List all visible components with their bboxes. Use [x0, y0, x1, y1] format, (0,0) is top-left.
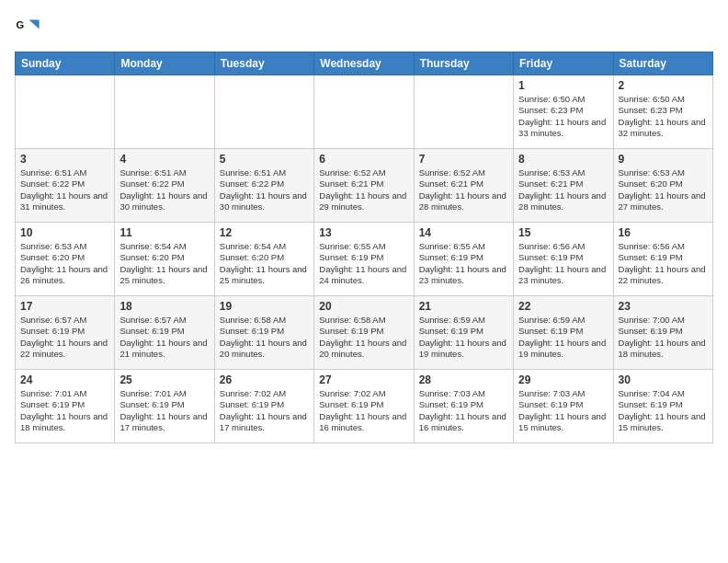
day-info: Sunrise: 6:52 AM [319, 167, 408, 178]
day-info: Daylight: 11 hours and 24 minutes. [319, 264, 408, 287]
day-info: Sunrise: 7:02 AM [220, 388, 309, 399]
day-info: Daylight: 11 hours and 17 minutes. [119, 411, 209, 434]
day-info: Sunset: 6:19 PM [419, 399, 508, 410]
day-info: Daylight: 11 hours and 32 minutes. [619, 117, 708, 140]
day-number: 8 [518, 153, 608, 166]
calendar-cell: 17Sunrise: 6:57 AMSunset: 6:19 PMDayligh… [16, 296, 115, 370]
calendar-header-wednesday: Wednesday [314, 52, 414, 75]
day-info: Sunrise: 6:56 AM [619, 241, 708, 252]
day-info: Sunset: 6:19 PM [319, 399, 408, 410]
day-number: 12 [220, 226, 309, 239]
day-info: Sunset: 6:19 PM [20, 399, 109, 410]
calendar-cell [16, 75, 115, 149]
calendar-week-row: 3Sunrise: 6:51 AMSunset: 6:22 PMDaylight… [16, 149, 713, 223]
calendar-cell: 21Sunrise: 6:59 AMSunset: 6:19 PMDayligh… [414, 296, 513, 370]
svg-text:G: G [16, 19, 24, 30]
day-number: 5 [220, 153, 309, 166]
day-info: Daylight: 11 hours and 29 minutes. [319, 190, 408, 213]
calendar-cell: 27Sunrise: 7:02 AMSunset: 6:19 PMDayligh… [314, 370, 414, 443]
day-info: Sunrise: 6:50 AM [518, 94, 608, 105]
calendar-cell [214, 75, 313, 149]
page-header: G [15, 15, 713, 40]
day-number: 26 [220, 373, 309, 386]
day-info: Sunset: 6:19 PM [220, 326, 309, 337]
day-number: 7 [419, 153, 508, 166]
day-info: Sunrise: 7:02 AM [319, 388, 408, 399]
day-number: 2 [619, 79, 708, 92]
day-info: Daylight: 11 hours and 25 minutes. [220, 264, 309, 287]
day-info: Sunrise: 6:51 AM [220, 167, 309, 178]
calendar-cell: 2Sunrise: 6:50 AMSunset: 6:23 PMDaylight… [613, 75, 712, 149]
day-info: Sunrise: 7:03 AM [419, 388, 508, 399]
day-info: Sunrise: 6:56 AM [518, 241, 608, 252]
day-number: 17 [20, 300, 109, 313]
day-info: Daylight: 11 hours and 30 minutes. [220, 190, 309, 213]
calendar-cell: 19Sunrise: 6:58 AMSunset: 6:19 PMDayligh… [214, 296, 313, 370]
logo: G [15, 15, 44, 40]
day-info: Daylight: 11 hours and 27 minutes. [619, 190, 708, 213]
day-info: Daylight: 11 hours and 15 minutes. [518, 411, 608, 434]
day-info: Sunset: 6:23 PM [619, 105, 708, 116]
day-info: Daylight: 11 hours and 20 minutes. [319, 338, 408, 361]
day-info: Sunrise: 6:53 AM [518, 167, 608, 178]
day-info: Sunset: 6:22 PM [119, 178, 209, 190]
day-info: Daylight: 11 hours and 28 minutes. [518, 190, 608, 213]
day-info: Sunset: 6:19 PM [119, 326, 209, 337]
calendar-cell: 18Sunrise: 6:57 AMSunset: 6:19 PMDayligh… [115, 296, 214, 370]
day-info: Sunrise: 6:57 AM [119, 315, 209, 326]
day-info: Sunset: 6:19 PM [419, 252, 508, 263]
day-info: Sunrise: 6:51 AM [20, 167, 109, 178]
day-info: Daylight: 11 hours and 30 minutes. [119, 190, 209, 213]
day-info: Daylight: 11 hours and 23 minutes. [419, 264, 508, 287]
calendar-table: SundayMondayTuesdayWednesdayThursdayFrid… [15, 52, 713, 443]
calendar-cell: 1Sunrise: 6:50 AMSunset: 6:23 PMDaylight… [514, 75, 613, 149]
day-number: 14 [419, 226, 508, 239]
day-info: Sunrise: 6:55 AM [319, 241, 408, 252]
day-info: Sunset: 6:19 PM [619, 326, 708, 337]
calendar-week-row: 10Sunrise: 6:53 AMSunset: 6:20 PMDayligh… [16, 223, 713, 296]
day-info: Sunset: 6:19 PM [419, 326, 508, 337]
day-info: Daylight: 11 hours and 19 minutes. [419, 338, 508, 361]
day-info: Sunset: 6:20 PM [220, 252, 309, 263]
calendar-cell: 3Sunrise: 6:51 AMSunset: 6:22 PMDaylight… [16, 149, 115, 223]
day-info: Sunset: 6:19 PM [518, 252, 608, 263]
day-number: 19 [220, 300, 309, 313]
day-info: Daylight: 11 hours and 22 minutes. [619, 264, 708, 287]
calendar-cell: 16Sunrise: 6:56 AMSunset: 6:19 PMDayligh… [613, 223, 712, 296]
day-number: 10 [20, 226, 109, 239]
day-info: Daylight: 11 hours and 25 minutes. [119, 264, 209, 287]
day-number: 23 [619, 300, 708, 313]
day-number: 1 [518, 79, 608, 92]
day-info: Sunset: 6:19 PM [119, 399, 209, 410]
calendar-cell: 28Sunrise: 7:03 AMSunset: 6:19 PMDayligh… [414, 370, 513, 443]
day-info: Sunrise: 7:00 AM [619, 315, 708, 326]
calendar-cell: 22Sunrise: 6:59 AMSunset: 6:19 PMDayligh… [514, 296, 613, 370]
day-info: Sunset: 6:20 PM [119, 252, 209, 263]
day-info: Daylight: 11 hours and 33 minutes. [518, 117, 608, 140]
day-info: Sunrise: 6:58 AM [319, 315, 408, 326]
day-number: 3 [20, 153, 109, 166]
day-info: Sunrise: 7:01 AM [20, 388, 109, 399]
calendar-cell: 4Sunrise: 6:51 AMSunset: 6:22 PMDaylight… [115, 149, 214, 223]
logo-icon: G [15, 15, 40, 40]
calendar-cell: 29Sunrise: 7:03 AMSunset: 6:19 PMDayligh… [514, 370, 613, 443]
day-info: Sunset: 6:23 PM [518, 105, 608, 116]
day-info: Sunrise: 6:54 AM [220, 241, 309, 252]
day-info: Sunset: 6:22 PM [220, 178, 309, 190]
day-info: Sunrise: 6:59 AM [419, 315, 508, 326]
day-info: Sunset: 6:19 PM [518, 399, 608, 410]
day-info: Sunset: 6:22 PM [20, 178, 109, 190]
day-info: Daylight: 11 hours and 18 minutes. [20, 411, 109, 434]
day-number: 4 [119, 153, 209, 166]
day-info: Daylight: 11 hours and 28 minutes. [419, 190, 508, 213]
calendar-cell [314, 75, 414, 149]
day-info: Sunrise: 6:52 AM [419, 167, 508, 178]
day-info: Daylight: 11 hours and 20 minutes. [220, 338, 309, 361]
day-info: Sunset: 6:19 PM [518, 326, 608, 337]
calendar-week-row: 17Sunrise: 6:57 AMSunset: 6:19 PMDayligh… [16, 296, 713, 370]
day-info: Sunset: 6:19 PM [20, 326, 109, 337]
calendar-cell: 25Sunrise: 7:01 AMSunset: 6:19 PMDayligh… [115, 370, 214, 443]
day-number: 18 [119, 300, 209, 313]
day-info: Sunset: 6:20 PM [619, 178, 708, 190]
calendar-header-tuesday: Tuesday [214, 52, 313, 75]
